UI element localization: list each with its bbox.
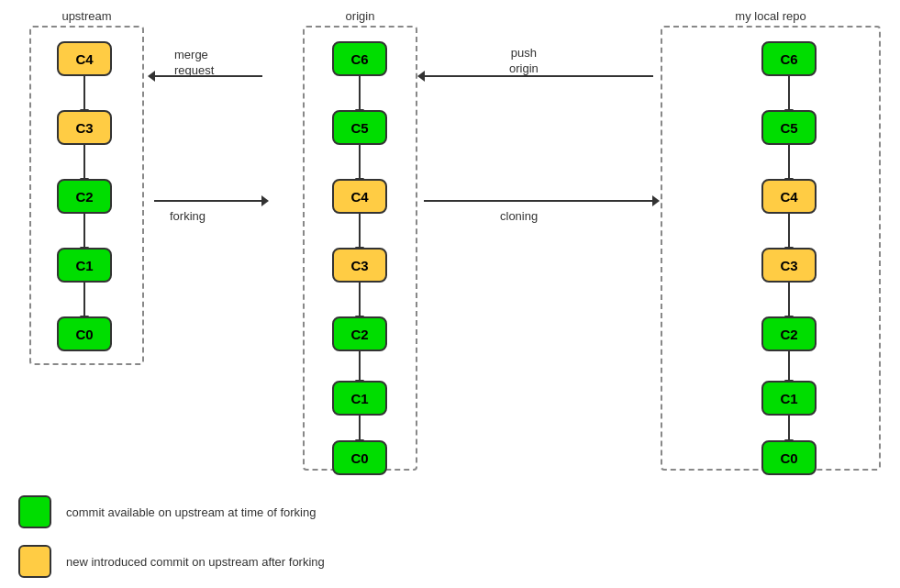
upstream-c0: C0 bbox=[57, 316, 112, 351]
push-origin-arrow bbox=[424, 75, 653, 77]
upstream-arrow-c3-c2 bbox=[83, 145, 85, 179]
legend-orange-text: new introduced commit on upstream after … bbox=[66, 555, 325, 569]
upstream-c3: C3 bbox=[57, 110, 112, 145]
origin-label: origin bbox=[346, 9, 375, 23]
legend-green-item: commit available on upstream at time of … bbox=[18, 495, 325, 528]
forking-label: forking bbox=[170, 209, 206, 223]
local-c0: C0 bbox=[761, 440, 817, 475]
local-c6: C6 bbox=[761, 41, 817, 76]
local-arrow-c5-c4 bbox=[788, 145, 790, 179]
local-c1: C1 bbox=[761, 381, 817, 416]
diagram-area: upstream C4 C3 C2 C1 C0 origin C6 C5 C4 … bbox=[0, 0, 900, 486]
local-c4: C4 bbox=[761, 179, 817, 214]
origin-c4: C4 bbox=[332, 179, 387, 214]
origin-c3: C3 bbox=[332, 248, 387, 283]
origin-arrow-c2-c1 bbox=[359, 351, 361, 381]
legend-green-text: commit available on upstream at time of … bbox=[66, 505, 316, 519]
local-c3: C3 bbox=[761, 248, 817, 283]
origin-arrow-c4-c3 bbox=[359, 214, 361, 248]
origin-c5: C5 bbox=[332, 110, 387, 145]
local-arrow-c1-c0 bbox=[788, 416, 790, 440]
upstream-arrow-c4-c3 bbox=[83, 76, 85, 110]
local-arrow-c6-c5 bbox=[788, 76, 790, 110]
upstream-arrow-c1-c0 bbox=[83, 283, 85, 316]
origin-c2: C2 bbox=[332, 316, 387, 351]
merge-request-label: merge request bbox=[174, 48, 214, 79]
forking-arrow bbox=[154, 200, 262, 202]
origin-arrow-c3-c2 bbox=[359, 283, 361, 316]
legend-green-box bbox=[18, 495, 51, 528]
upstream-label: upstream bbox=[61, 9, 111, 23]
origin-arrow-c6-c5 bbox=[359, 76, 361, 110]
upstream-c2: C2 bbox=[57, 179, 112, 214]
local-c5: C5 bbox=[761, 110, 817, 145]
local-label: my local repo bbox=[735, 9, 806, 23]
legend-orange-item: new introduced commit on upstream after … bbox=[18, 545, 325, 578]
cloning-label: cloning bbox=[500, 209, 538, 223]
origin-c1: C1 bbox=[332, 381, 387, 416]
legend-area: commit available on upstream at time of … bbox=[18, 495, 325, 578]
upstream-c4: C4 bbox=[57, 41, 112, 76]
local-c2: C2 bbox=[761, 316, 817, 351]
local-arrow-c2-c1 bbox=[788, 351, 790, 381]
local-arrow-c4-c3 bbox=[788, 214, 790, 248]
cloning-arrow bbox=[424, 200, 653, 202]
origin-arrow-c1-c0 bbox=[359, 416, 361, 440]
origin-c0: C0 bbox=[332, 440, 387, 475]
local-arrow-c3-c2 bbox=[788, 283, 790, 316]
legend-orange-box bbox=[18, 545, 51, 578]
origin-arrow-c5-c4 bbox=[359, 145, 361, 179]
upstream-c1: C1 bbox=[57, 248, 112, 283]
upstream-arrow-c2-c1 bbox=[83, 214, 85, 248]
origin-c6: C6 bbox=[332, 41, 387, 76]
push-origin-label: push origin bbox=[509, 46, 539, 77]
